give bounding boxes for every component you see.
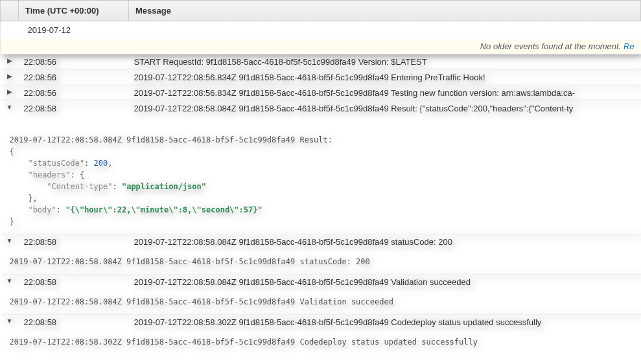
log-row[interactable]: ▶ 22:08:56 2019-07-12T22:08:56.834Z 9f1d… xyxy=(1,85,641,101)
expand-toggle[interactable]: ▼ xyxy=(1,315,19,330)
log-row[interactable]: ▼ 22:08:58 2019-07-12T22:08:58.302Z 9f1d… xyxy=(1,315,641,330)
log-message: START RequestId: 9f1d8158-5acc-4618-bf5f… xyxy=(129,54,641,70)
log-row[interactable]: ▶ 22:08:56 2019-07-12T22:08:56.834Z 9f1d… xyxy=(1,70,641,85)
log-time: 22:08:58 xyxy=(19,275,129,290)
log-message: 2019-07-12T22:08:56.834Z 9f1d8158-5acc-4… xyxy=(129,85,641,101)
expanded-plain-detail: 2019-07-12T22:08:58.084Z 9f1d8158-5acc-4… xyxy=(1,290,641,315)
notice-text: No older events found at the moment. xyxy=(480,41,622,51)
expanded-detail-row: 2019-07-12T22:08:58.084Z 9f1d8158-5acc-4… xyxy=(1,116,641,234)
expanded-plain-detail: 2019-07-12T22:08:58.084Z 9f1d8158-5acc-4… xyxy=(1,249,641,275)
date-group-label: 2019-07-12 xyxy=(1,21,641,40)
log-row[interactable]: ▼ 22:08:58 2019-07-12T22:08:58.084Z 9f1d… xyxy=(1,101,641,117)
expanded-detail-row: 2019-07-12T22:08:58.084Z 9f1d8158-5acc-4… xyxy=(1,249,641,275)
date-group-row: 2019-07-12 xyxy=(1,21,641,40)
log-message: 2019-07-12T22:08:58.302Z 9f1d8158-5acc-4… xyxy=(129,315,641,330)
expand-toggle[interactable]: ▶ xyxy=(1,85,19,101)
log-message: 2019-07-12T22:08:58.084Z 9f1d8158-5acc-4… xyxy=(129,101,641,117)
log-time: 22:08:56 xyxy=(19,54,129,70)
log-row[interactable]: ▼ 22:08:58 2019-07-12T22:08:58.084Z 9f1d… xyxy=(1,234,641,250)
no-older-events-row: No older events found at the moment. Re xyxy=(1,39,641,54)
message-column-header[interactable]: Message xyxy=(129,1,641,21)
log-time: 22:08:58 xyxy=(19,315,129,330)
log-row[interactable]: ▼ 22:08:58 2019-07-12T22:08:58.084Z 9f1d… xyxy=(1,275,641,290)
expander-column-header xyxy=(1,1,19,21)
log-time: 22:08:58 xyxy=(19,234,129,250)
expand-toggle[interactable]: ▶ xyxy=(1,54,19,70)
expanded-detail-row: 2019-07-12T22:08:58.302Z 9f1d8158-5acc-4… xyxy=(1,330,641,354)
log-events-table: Time (UTC +00:00) Message 2019-07-12 No … xyxy=(0,0,641,354)
log-message: 2019-07-12T22:08:56.834Z 9f1d8158-5acc-4… xyxy=(129,70,641,85)
expanded-detail-row: 2019-07-12T22:08:58.084Z 9f1d8158-5acc-4… xyxy=(1,290,641,315)
expand-toggle[interactable]: ▶ xyxy=(1,70,19,85)
expanded-json-detail: 2019-07-12T22:08:58.084Z 9f1d8158-5acc-4… xyxy=(1,116,641,234)
table-header-row: Time (UTC +00:00) Message xyxy=(1,1,641,21)
expand-toggle[interactable]: ▼ xyxy=(1,101,19,117)
log-row[interactable]: ▶ 22:08:56 START RequestId: 9f1d8158-5ac… xyxy=(1,54,641,70)
log-time: 22:08:56 xyxy=(19,70,129,85)
log-time: 22:08:56 xyxy=(19,85,129,101)
expand-toggle[interactable]: ▼ xyxy=(1,275,19,290)
log-message: 2019-07-12T22:08:58.084Z 9f1d8158-5acc-4… xyxy=(129,234,641,250)
log-time: 22:08:58 xyxy=(19,101,129,117)
expanded-plain-detail: 2019-07-12T22:08:58.302Z 9f1d8158-5acc-4… xyxy=(1,330,641,354)
time-column-header[interactable]: Time (UTC +00:00) xyxy=(19,1,129,21)
retry-link[interactable]: Re xyxy=(624,41,635,51)
expand-toggle[interactable]: ▼ xyxy=(1,234,19,250)
log-message: 2019-07-12T22:08:58.084Z 9f1d8158-5acc-4… xyxy=(129,275,641,290)
